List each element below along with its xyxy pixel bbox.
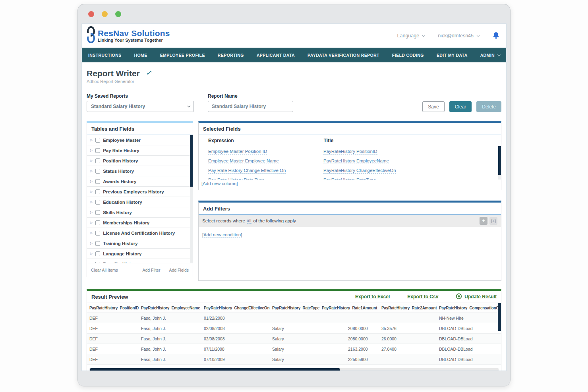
expression-link[interactable]: Employee Master Employee Name bbox=[208, 158, 279, 164]
expand-caret-icon[interactable]: ▷ bbox=[90, 252, 93, 255]
table-row[interactable]: DEFFaso, John J.01/22/2008NH-New Hire bbox=[87, 313, 501, 323]
table-item-memberships-history[interactable]: ▷Memberships History bbox=[87, 218, 193, 228]
table-checkbox[interactable] bbox=[95, 251, 100, 256]
selected-fields-scrollbar-thumb[interactable] bbox=[498, 146, 501, 175]
save-button[interactable]: Save bbox=[422, 101, 444, 112]
expand-caret-icon[interactable]: ▷ bbox=[90, 263, 93, 263]
window-minimize-button[interactable] bbox=[102, 11, 108, 17]
nav-item-field-coding[interactable]: FIELD CODING bbox=[392, 53, 424, 58]
add-condition-button[interactable]: + bbox=[480, 217, 487, 225]
expand-caret-icon[interactable]: ▷ bbox=[90, 242, 93, 245]
condition-all-link[interactable]: all bbox=[247, 218, 251, 224]
table-item-education-history[interactable]: ▷Education History bbox=[87, 197, 193, 207]
expand-caret-icon[interactable]: ▷ bbox=[90, 149, 93, 152]
table-item-employee-master[interactable]: ▷Employee Master bbox=[87, 135, 193, 145]
table-item-position-history[interactable]: ▷Position History bbox=[87, 156, 193, 166]
horizontal-scrollbar-track[interactable] bbox=[89, 368, 499, 371]
table-item-label: Skills History bbox=[103, 210, 132, 215]
export-to-excel-link[interactable]: Export to Excel bbox=[355, 294, 390, 299]
window-maximize-button[interactable] bbox=[115, 11, 121, 17]
table-row[interactable]: DEFFaso, John J.07/10/2009Salary2250.560… bbox=[87, 354, 501, 365]
table-checkbox[interactable] bbox=[95, 231, 100, 236]
nav-item-employee-profile[interactable]: EMPLOYEE PROFILE bbox=[160, 53, 205, 58]
table-checkbox[interactable] bbox=[95, 189, 100, 194]
expand-caret-icon[interactable]: ▷ bbox=[90, 180, 93, 183]
table-row[interactable]: DEFFaso, John J.07/11/2008Salary2163.200… bbox=[87, 344, 501, 354]
update-result-link[interactable]: Update Result bbox=[456, 293, 497, 301]
user-menu-dropdown[interactable]: nick@dmtesn45 bbox=[438, 33, 479, 39]
saved-reports-select[interactable]: Standard Salary History bbox=[87, 101, 194, 112]
title-link[interactable]: PayRateHistory RateType bbox=[323, 178, 376, 180]
table-checkbox[interactable] bbox=[95, 179, 100, 184]
result-column-header[interactable]: PayRateHistory_RateType bbox=[270, 303, 319, 313]
table-item-language-history[interactable]: ▷Language History bbox=[87, 249, 193, 259]
expression-link[interactable]: Employee Master Position ID bbox=[208, 149, 267, 154]
table-checkbox[interactable] bbox=[95, 200, 100, 205]
notifications-bell-icon[interactable] bbox=[492, 31, 500, 41]
table-checkbox[interactable] bbox=[95, 220, 100, 225]
expand-caret-icon[interactable]: ▷ bbox=[90, 211, 93, 214]
nav-item-edit-my-data[interactable]: EDIT MY DATA bbox=[437, 53, 468, 58]
nav-item-reporting[interactable]: REPORTING bbox=[218, 53, 244, 58]
table-item-status-history[interactable]: ▷Status History bbox=[87, 166, 193, 176]
window-close-button[interactable] bbox=[88, 11, 94, 17]
add-new-condition-link[interactable]: [Add new condition] bbox=[202, 232, 242, 238]
clear-button[interactable]: Clear bbox=[449, 101, 472, 112]
result-column-header[interactable]: PayRateHistory_CompensationChange bbox=[437, 303, 501, 313]
table-item-previous-employers-history[interactable]: ▷Previous Employers History bbox=[87, 187, 193, 197]
title-link[interactable]: PayRateHistory EmployeeName bbox=[323, 158, 389, 164]
delete-button[interactable]: Delete bbox=[476, 101, 501, 112]
table-checkbox[interactable] bbox=[95, 158, 100, 163]
title-link[interactable]: PayRateHistory PositionID bbox=[323, 149, 377, 154]
expand-caret-icon[interactable]: ▷ bbox=[90, 190, 93, 193]
tables-list-scrollbar-thumb[interactable] bbox=[190, 135, 193, 187]
nav-item-applicant-data[interactable]: APPLICANT DATA bbox=[257, 53, 295, 58]
add-new-column-link[interactable]: [Add new column] bbox=[201, 181, 238, 186]
result-column-header[interactable]: PayRateHistory_Rate2Amount bbox=[379, 303, 437, 313]
table-item-awards-history[interactable]: ▷Awards History bbox=[87, 176, 193, 187]
table-checkbox[interactable] bbox=[95, 148, 100, 153]
result-cell: DEF bbox=[87, 354, 139, 365]
expand-caret-icon[interactable]: ▷ bbox=[90, 201, 93, 204]
table-checkbox[interactable] bbox=[95, 262, 100, 263]
result-column-header[interactable]: PayRateHistory_ChangeEffectiveOn bbox=[201, 303, 270, 313]
nav-item-instructions[interactable]: INSTRUCTIONS bbox=[88, 53, 122, 58]
table-item-training-history[interactable]: ▷Training History bbox=[87, 238, 193, 249]
result-column-header[interactable]: PayRateHistory_Rate1Amount bbox=[319, 303, 379, 313]
expand-caret-icon[interactable]: ▷ bbox=[90, 159, 93, 162]
table-checkbox[interactable] bbox=[95, 210, 100, 215]
table-row[interactable]: DEFFaso, John J.02/08/2008Salary2080.000… bbox=[87, 323, 501, 334]
table-checkbox[interactable] bbox=[95, 169, 100, 174]
table-checkbox[interactable] bbox=[95, 138, 100, 143]
expand-caret-icon[interactable]: ▷ bbox=[90, 221, 93, 224]
report-name-input[interactable] bbox=[208, 101, 293, 112]
expand-caret-icon[interactable]: ▷ bbox=[90, 139, 93, 142]
result-column-header[interactable]: PayRateHistory_EmployeeName bbox=[139, 303, 201, 313]
table-checkbox[interactable] bbox=[95, 241, 100, 246]
clear-all-items-button[interactable]: Clear All Items bbox=[91, 268, 118, 272]
add-filter-button[interactable]: Add Filter bbox=[142, 268, 160, 272]
title-link[interactable]: PayRateHistory ChangeEffectiveOn bbox=[323, 168, 396, 174]
language-dropdown[interactable]: Language bbox=[397, 33, 425, 39]
table-item-skills-history[interactable]: ▷Skills History bbox=[87, 207, 193, 218]
expression-link[interactable]: Pay Rate History Change Effective On bbox=[208, 168, 286, 174]
add-condition-group-button[interactable]: {+} bbox=[489, 217, 497, 225]
horizontal-scrollbar-thumb[interactable] bbox=[90, 368, 340, 371]
update-result-label: Update Result bbox=[464, 294, 497, 299]
result-table-scrollbar-thumb[interactable] bbox=[498, 303, 501, 331]
expand-caret-icon[interactable]: ▷ bbox=[90, 232, 93, 235]
nav-bar: INSTRUCTIONSHOMEEMPLOYEE PROFILEREPORTIN… bbox=[82, 48, 506, 62]
nav-item-home[interactable]: HOME bbox=[134, 53, 147, 58]
nav-item-admin[interactable]: ADMIN bbox=[480, 53, 499, 58]
expand-caret-icon[interactable]: ▷ bbox=[90, 170, 93, 173]
expression-link[interactable]: Pay Rate History Rate Type bbox=[208, 178, 265, 180]
table-item-pay-rate-history[interactable]: ▷Pay Rate History bbox=[87, 145, 193, 156]
table-item-benefits-history[interactable]: ▷Benefits History bbox=[87, 259, 193, 263]
table-item-license-and-certification-history[interactable]: ▷License And Certification History bbox=[87, 228, 193, 238]
expand-fullscreen-icon[interactable] bbox=[146, 70, 153, 77]
table-row[interactable]: DEFFaso, John J.02/08/2008Salary2080.000… bbox=[87, 334, 501, 344]
export-to-csv-link[interactable]: Export to Csv bbox=[407, 294, 438, 299]
result-column-header[interactable]: PayRateHistory_PositionID bbox=[87, 303, 139, 313]
nav-item-paydata-verification-report[interactable]: PAYDATA VERIFICATION REPORT bbox=[308, 53, 379, 58]
add-fields-button[interactable]: Add Fields bbox=[169, 268, 189, 272]
